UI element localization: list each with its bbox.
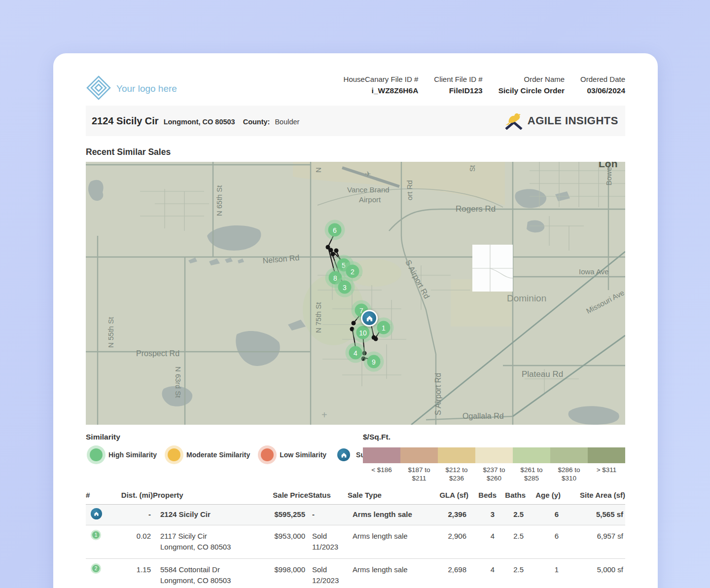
property-location-dot — [350, 327, 355, 331]
legend-item-low: Low Similarity — [257, 448, 326, 461]
meta-order-name: Order Name Sicily Circle Order — [498, 75, 565, 95]
comp-marker-1[interactable]: 1 — [377, 321, 390, 334]
table-header-site: Site Area (sf) — [561, 490, 625, 501]
comp-marker-6[interactable]: 6 — [328, 223, 342, 237]
similar-sales-table: #Dist. (mi)PropertySale PriceStatusSale … — [86, 487, 625, 588]
cell-price: $998,000 — [261, 559, 308, 581]
cell-property: 2117 Sicily CirLongmont, CO 80503 — [153, 525, 261, 558]
table-header-dist: Dist. (mi) — [107, 490, 153, 501]
logo-placeholder-text: Your logo here — [116, 83, 177, 94]
cell-price: $595,255 — [261, 505, 308, 525]
meta-housecanary-file-id: HouseCanary File ID # i_WZ8Z6H6A — [344, 75, 419, 95]
price-range-label: $261 to$285 — [513, 466, 550, 483]
comp-marker-number: 4 — [354, 349, 357, 357]
status-line1: Sold — [312, 531, 348, 542]
cell-baths: 2.5 — [497, 559, 526, 581]
price-range-segment — [550, 447, 588, 463]
table-header-row: #Dist. (mi)PropertySale PriceStatusSale … — [86, 487, 625, 505]
cell-sale_type: Arms length sale — [348, 525, 436, 548]
cell-gla: 2,698 — [436, 559, 468, 581]
comp-marker-number: 8 — [333, 274, 337, 282]
table-header-price: Sale Price — [261, 490, 308, 501]
comp-row: 21.155584 Cottontail DrLongmont, CO 8050… — [86, 559, 625, 588]
diamond-logo-icon — [86, 75, 111, 103]
map-connector-layer — [86, 162, 625, 425]
comp-marker-number: 1 — [382, 324, 386, 331]
cell-status: Sold12/2023 — [308, 559, 348, 588]
cell-beds: 3 — [468, 505, 497, 525]
comp-marker-number: 3 — [343, 283, 347, 291]
legend-row: Similarity High Similarity Moderate Simi… — [86, 433, 625, 478]
comp-row-number: 1 — [92, 531, 100, 539]
cell-property: 5584 Cottontail DrLongmont, CO 80503 — [153, 559, 261, 588]
price-range-segment — [513, 447, 550, 463]
property-line1: 2117 Sicily Cir — [160, 531, 261, 542]
cell-badge: 2 — [86, 559, 107, 579]
meta-client-file-id: Client File ID # FileID123 — [434, 75, 482, 95]
cell-site: 5,565 sf — [561, 505, 625, 525]
report-card: Your logo here HouseCanary File ID # i_W… — [53, 53, 658, 588]
status-line2: 11/2023 — [312, 542, 348, 553]
comp-marker-10[interactable]: 10 — [356, 326, 370, 339]
cell-sale_type: Arms length sale — [348, 505, 436, 525]
cell-baths: 2.5 — [497, 525, 526, 548]
property-location-dot — [331, 252, 335, 257]
table-header-gla: GLA (sf) — [436, 490, 468, 501]
price-range-label: $237 to$260 — [475, 466, 513, 483]
table-header-age: Age (y) — [526, 490, 561, 501]
county-label: County: — [243, 118, 270, 126]
moderate-similarity-icon — [168, 448, 180, 461]
legend-item-moderate: Moderate Similarity — [164, 448, 250, 461]
agile-insights-brand: AGILE INSIGHTS — [504, 110, 618, 132]
goldfinch-logo-icon — [504, 110, 524, 132]
status-line1: - — [312, 509, 348, 520]
price-range-label: > $311 — [588, 466, 625, 483]
table-header-property: Property — [153, 490, 261, 501]
property-location-dot — [361, 357, 366, 361]
high-similarity-icon — [90, 448, 103, 461]
comp-row-number-badge: 1 — [91, 530, 101, 540]
cell-dist: - — [107, 505, 153, 525]
legend-item-high: High Similarity — [86, 448, 157, 461]
cell-property: 2124 Sicily Cir — [153, 505, 261, 525]
price-scale-labels: < $186$187 to$211$212 to$236$237 to$260$… — [363, 466, 625, 483]
price-range-label: < $186 — [363, 466, 400, 483]
cell-status: - — [308, 505, 348, 525]
subject-marker[interactable] — [361, 310, 378, 327]
client-logo: Your logo here — [86, 75, 177, 103]
property-location-dot — [362, 351, 367, 356]
property-line2: Longmont, CO 80503 — [160, 575, 261, 587]
comp-row-number-badge: 2 — [91, 563, 101, 574]
property-location-dot — [352, 321, 356, 326]
table-header-beds: Beds — [468, 490, 497, 501]
brand-name: AGILE INSIGHTS — [528, 114, 618, 127]
comp-marker-9[interactable]: 9 — [367, 355, 381, 368]
property-line1: 5584 Cottontail Dr — [160, 564, 261, 576]
price-range-segment — [438, 447, 475, 463]
cell-beds: 4 — [468, 525, 497, 548]
cell-age: 6 — [526, 505, 561, 525]
table-header-baths: Baths — [497, 490, 526, 501]
cell-beds: 4 — [468, 559, 497, 581]
cell-price: $953,000 — [261, 525, 308, 548]
comp-marker-3[interactable]: 3 — [338, 281, 352, 294]
report-header: Your logo here HouseCanary File ID # i_W… — [86, 53, 625, 102]
comp-row-number: 2 — [92, 565, 100, 572]
cell-baths: 2.5 — [497, 505, 526, 525]
comp-marker-4[interactable]: 4 — [349, 346, 362, 360]
county-value: Boulder — [275, 118, 299, 126]
subject-row: -2124 Sicily Cir$595,255-Arms length sal… — [86, 505, 625, 525]
cell-gla: 2,396 — [436, 505, 468, 525]
cell-site: 5,000 sf — [561, 559, 625, 581]
property-location-dot — [334, 249, 339, 253]
cell-dist: 0.02 — [107, 525, 153, 548]
comp-marker-2[interactable]: 2 — [346, 265, 359, 278]
price-scale-title: $/Sq.Ft. — [363, 433, 625, 441]
status-line2: 12/2023 — [312, 575, 348, 587]
meta-ordered-date: Ordered Date 03/06/2024 — [580, 75, 625, 95]
cell-age: 1 — [526, 559, 561, 581]
price-range-label: $212 to$236 — [438, 466, 475, 483]
cell-dist: 1.15 — [107, 559, 153, 581]
price-range-segment — [363, 447, 400, 463]
similar-sales-map[interactable]: N 65th StNN 75th StN 55th StN 63rd Stort… — [86, 162, 625, 425]
